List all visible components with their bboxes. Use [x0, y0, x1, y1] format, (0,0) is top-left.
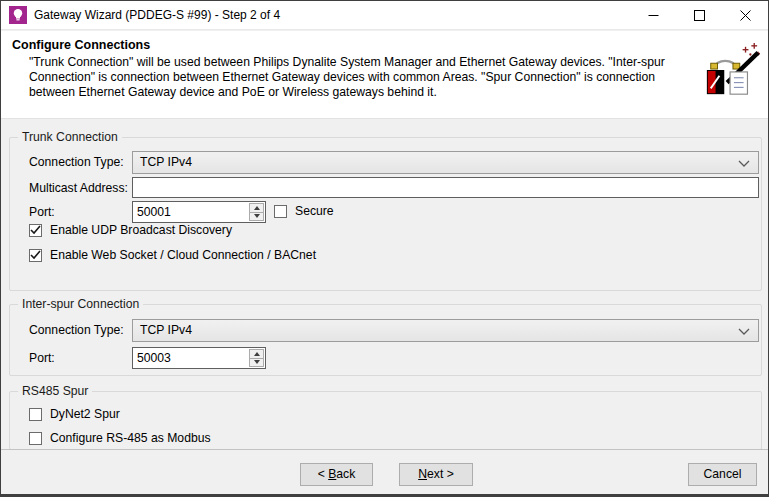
minimize-icon — [648, 10, 659, 21]
dynet2-checkbox-label: DyNet2 Spur — [50, 407, 120, 421]
trunk-port-input[interactable] — [132, 201, 266, 223]
maximize-icon — [694, 10, 705, 21]
checkbox-secure[interactable]: Secure — [274, 204, 334, 218]
wizard-header: Configure Connections "Trunk Connection"… — [1, 31, 768, 119]
group-trunk-connection: Trunk Connection Connection Type: TCP IP… — [9, 137, 762, 291]
app-bulb-icon — [9, 6, 27, 24]
next-button[interactable]: Next > — [399, 463, 473, 486]
interspur-port-stepper — [132, 347, 266, 369]
group-rs485-spur: RS485 Spur DyNet2 Spur Configure RS-485 … — [9, 391, 762, 450]
trunk-connection-type-value: TCP IPv4 — [140, 155, 192, 169]
spinner-down-icon[interactable] — [249, 212, 264, 222]
wizard-content: Trunk Connection Connection Type: TCP IP… — [1, 119, 768, 449]
secure-checkbox-label: Secure — [295, 204, 334, 218]
maximize-button[interactable] — [676, 1, 722, 30]
websocket-checkbox-label: Enable Web Socket / Cloud Connection / B… — [50, 248, 316, 262]
interspur-connection-type-select[interactable]: TCP IPv4 — [132, 319, 759, 342]
caption-buttons — [630, 1, 768, 30]
spinner-down-icon[interactable] — [249, 358, 264, 368]
minimize-button[interactable] — [630, 1, 676, 30]
next-label-accel: N — [418, 467, 427, 481]
udp-checkbox-box[interactable] — [29, 224, 42, 237]
trunk-multicast-label: Multicast Address: — [29, 181, 128, 195]
page-title: Configure Connections — [12, 38, 150, 52]
trunk-connection-type-select[interactable]: TCP IPv4 — [132, 151, 759, 174]
trunk-connection-type-label: Connection Type: — [29, 155, 124, 169]
wizard-wand-icon — [703, 41, 761, 99]
checkmark-icon — [30, 250, 41, 260]
checkmark-icon — [30, 225, 41, 235]
back-label-pre: < — [318, 467, 329, 481]
interspur-connection-type-label: Connection Type: — [29, 323, 124, 337]
modbus-checkbox-box[interactable] — [29, 432, 42, 445]
wizard-footer: < Back Next > Cancel — [1, 449, 768, 494]
trunk-port-spin — [249, 203, 264, 221]
dynet2-checkbox-box[interactable] — [29, 408, 42, 421]
secure-checkbox-box[interactable] — [274, 205, 287, 218]
page-description: "Trunk Connection" will be used between … — [29, 55, 701, 100]
checkbox-enable-websocket[interactable]: Enable Web Socket / Cloud Connection / B… — [29, 248, 316, 262]
trunk-multicast-input[interactable] — [132, 177, 759, 198]
group-rs485-label: RS485 Spur — [18, 384, 92, 399]
udp-checkbox-label: Enable UDP Broadcast Discovery — [50, 223, 232, 237]
back-button[interactable]: < Back — [300, 463, 373, 486]
websocket-checkbox-box[interactable] — [29, 249, 42, 262]
titlebar: Gateway Wizard (PDDEG-S #99) - Step 2 of… — [1, 1, 768, 30]
chevron-down-icon — [738, 328, 750, 335]
cancel-button[interactable]: Cancel — [688, 463, 757, 486]
checkbox-rs485-modbus[interactable]: Configure RS-485 as Modbus — [29, 431, 211, 445]
close-button[interactable] — [722, 1, 768, 30]
next-label-post: ext > — [427, 467, 454, 481]
back-label-post: ack — [336, 467, 355, 481]
group-interspur-connection: Inter-spur Connection Connection Type: T… — [9, 304, 762, 376]
trunk-port-stepper — [132, 201, 266, 223]
modbus-checkbox-label: Configure RS-485 as Modbus — [50, 431, 211, 445]
interspur-port-input[interactable] — [132, 347, 266, 369]
trunk-port-label: Port: — [29, 205, 55, 219]
window-title: Gateway Wizard (PDDEG-S #99) - Step 2 of… — [34, 8, 280, 22]
gateway-wizard-window: Gateway Wizard (PDDEG-S #99) - Step 2 of… — [0, 0, 769, 497]
checkbox-enable-udp[interactable]: Enable UDP Broadcast Discovery — [29, 223, 232, 237]
interspur-connection-type-value: TCP IPv4 — [140, 323, 192, 337]
checkbox-dynet2-spur[interactable]: DyNet2 Spur — [29, 407, 120, 421]
group-interspur-label: Inter-spur Connection — [18, 297, 143, 312]
chevron-down-icon — [738, 160, 750, 167]
group-trunk-label: Trunk Connection — [18, 130, 122, 145]
interspur-port-label: Port: — [29, 351, 55, 365]
close-icon — [740, 10, 751, 21]
interspur-port-spin — [249, 349, 264, 367]
